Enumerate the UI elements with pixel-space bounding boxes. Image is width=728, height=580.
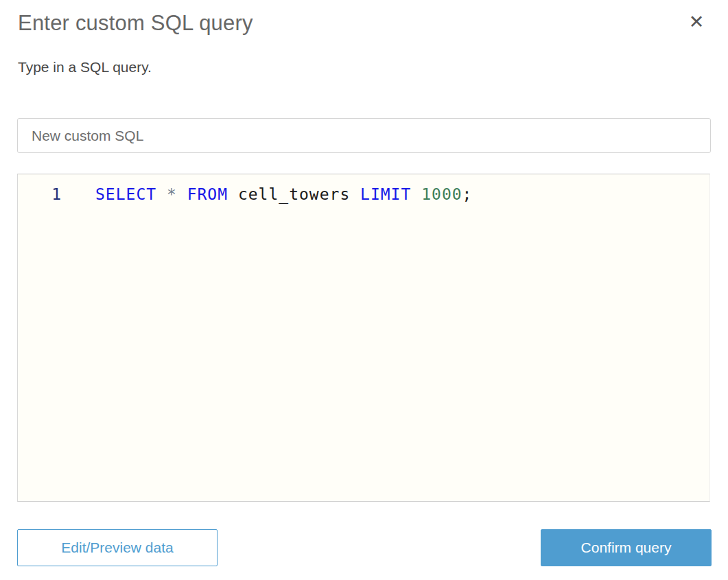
code-token: 1000 bbox=[421, 185, 462, 203]
code-token: SELECT bbox=[95, 185, 156, 203]
line-number: 1 bbox=[18, 184, 62, 205]
custom-sql-modal: Enter custom SQL query ✕ Type in a SQL q… bbox=[0, 0, 728, 580]
code-token bbox=[156, 185, 167, 203]
page-title: Enter custom SQL query bbox=[18, 11, 253, 36]
code-token: cell_towers bbox=[228, 185, 360, 203]
custom-sql-name-input[interactable] bbox=[17, 118, 711, 153]
code-token: FROM bbox=[187, 185, 228, 203]
code-token: * bbox=[167, 185, 177, 203]
code-line-row: 1 SELECT * FROM cell_towers LIMIT 1000; bbox=[18, 174, 709, 205]
confirm-query-button[interactable]: Confirm query bbox=[541, 529, 712, 566]
code-line-content: SELECT * FROM cell_towers LIMIT 1000; bbox=[95, 184, 472, 205]
edit-preview-data-button[interactable]: Edit/Preview data bbox=[17, 529, 218, 566]
code-token bbox=[177, 185, 187, 203]
sql-code-editor[interactable]: 1 SELECT * FROM cell_towers LIMIT 1000; bbox=[17, 174, 710, 502]
code-token bbox=[411, 185, 421, 203]
code-token: LIMIT bbox=[360, 185, 411, 203]
modal-subtitle: Type in a SQL query. bbox=[18, 59, 152, 76]
close-button[interactable]: ✕ bbox=[684, 10, 709, 34]
close-icon: ✕ bbox=[689, 12, 705, 32]
code-token: ; bbox=[462, 185, 473, 203]
